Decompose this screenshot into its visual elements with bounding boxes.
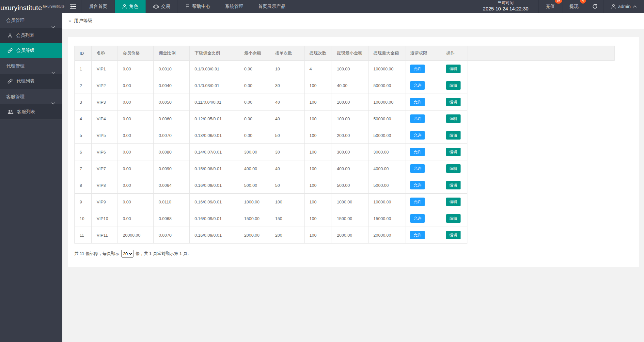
table-row: 5VIP50.000.00700.13/0.06/0.010.005010020…	[75, 127, 615, 144]
topnav-item-dashboard[interactable]: 后台首页	[82, 0, 115, 13]
cell-commission-ratio: 0.0040	[154, 77, 190, 94]
cell-withdraw-min: 100.00	[332, 61, 369, 77]
cell-order-count: 30	[270, 77, 305, 94]
cell-order-count: 40	[270, 160, 305, 177]
edit-button[interactable]: 编辑	[446, 181, 461, 189]
cell-filler	[467, 210, 615, 227]
sidebar-collapse-button[interactable]	[65, 0, 82, 13]
sidebar-group-label: 客服管理	[6, 94, 24, 99]
cell-id: 2	[75, 77, 92, 94]
table-row: 4VIP40.000.00600.12/0.05/0.010.004010010…	[75, 111, 615, 127]
cell-invite-permission: 允许	[405, 227, 441, 244]
cell-withdraw-min: 1000.00	[332, 194, 369, 210]
user-menu[interactable]: admin	[604, 0, 644, 13]
allow-button[interactable]: 允许	[410, 114, 425, 123]
sidebar-group-member-management[interactable]: 会员管理	[0, 13, 62, 28]
allow-button[interactable]: 允许	[410, 214, 425, 223]
table-row: 10VIP100.000.00680.16/0.09/0.011500.0015…	[75, 210, 615, 227]
withdraw-button[interactable]: 提现 4	[562, 0, 586, 13]
cell-withdraw-max: 3000.00	[369, 144, 405, 160]
cell-name: VIP8	[92, 177, 118, 194]
cell-commission-ratio: 0.0070	[154, 227, 190, 244]
column-header-actions: 操作	[441, 46, 467, 61]
cell-invite-permission: 允许	[405, 194, 441, 210]
edit-button[interactable]: 编辑	[446, 114, 461, 123]
topnav-item-products[interactable]: 首页展示产品	[251, 0, 293, 13]
current-time-block: 当前时间 2025-10-24 14:22:30	[473, 0, 538, 13]
top-navbar: uxuryinstituteluxuryinstitute 后台首页角色交易帮助…	[0, 0, 644, 13]
cell-invite-permission: 允许	[405, 61, 441, 77]
page-size-select[interactable]: 20	[121, 250, 134, 258]
allow-button[interactable]: 允许	[410, 81, 425, 90]
edit-button[interactable]: 编辑	[446, 164, 461, 173]
edit-button[interactable]: 编辑	[446, 81, 461, 90]
table-row: 8VIP80.000.00640.16/0.09/0.01500.0050100…	[75, 177, 615, 194]
cell-order-count: 10	[270, 61, 305, 77]
cell-withdraw-count: 4	[305, 61, 332, 77]
edit-button[interactable]: 编辑	[446, 198, 461, 206]
cell-sub-commission-ratio: 0.14/0.07/0.01	[190, 144, 239, 160]
cell-min-balance: 0.00	[239, 94, 270, 111]
edit-button[interactable]: 编辑	[446, 214, 461, 223]
edit-button[interactable]: 编辑	[446, 231, 461, 239]
cell-commission-ratio: 0.0090	[154, 160, 190, 177]
cell-sub-commission-ratio: 0.15/0.08/0.01	[190, 160, 239, 177]
topnav-item-help[interactable]: 帮助中心	[178, 0, 218, 13]
sidebar-item-member-level[interactable]: 会员等级	[0, 43, 62, 58]
edit-button[interactable]: 编辑	[446, 131, 461, 140]
allow-button[interactable]: 允许	[410, 131, 425, 140]
cell-min-balance: 0.00	[239, 111, 270, 127]
edit-button[interactable]: 编辑	[446, 148, 461, 156]
allow-button[interactable]: 允许	[410, 65, 425, 73]
cell-withdraw-max: 50000.00	[369, 127, 405, 144]
column-header-name: 名称	[92, 46, 118, 61]
current-time-value: 2025-10-24 14:22:30	[483, 6, 528, 12]
cell-name: VIP11	[92, 227, 118, 244]
current-time-label: 当前时间	[498, 0, 513, 6]
cell-sub-commission-ratio: 0.1/0.03/0.01	[190, 61, 239, 77]
cell-withdraw-min: 500.00	[332, 177, 369, 194]
cell-commission-ratio: 0.0064	[154, 177, 190, 194]
cell-member-price: 0.00	[118, 127, 154, 144]
cell-name: VIP10	[92, 210, 118, 227]
cell-withdraw-min: 1500.00	[332, 210, 369, 227]
cell-commission-ratio: 0.0070	[154, 127, 190, 144]
user-icon	[122, 4, 127, 9]
cell-withdraw-max: 50000.00	[369, 111, 405, 127]
column-header-sub-commission-ratio: 下级佣金比例	[190, 46, 239, 61]
cell-withdraw-max: 10000.00	[369, 194, 405, 210]
allow-button[interactable]: 允许	[410, 164, 425, 173]
cell-min-balance: 0.00	[239, 77, 270, 94]
column-header-invite-permission: 邀请权限	[405, 46, 441, 61]
sidebar-group-service-management[interactable]: 客服管理	[0, 89, 62, 104]
cell-withdraw-max: 4000.00	[369, 160, 405, 177]
topnav-item-roles[interactable]: 角色	[115, 0, 146, 13]
table-header-row: ID名称会员价格佣金比例下级佣金比例最小余额接单次数提现次数提现最小金额提现最大…	[75, 46, 615, 61]
breadcrumb: » 用户等级	[62, 13, 644, 29]
cell-withdraw-count: 100	[305, 160, 332, 177]
allow-button[interactable]: 允许	[410, 231, 425, 239]
cell-sub-commission-ratio: 0.16/0.09/0.01	[190, 194, 239, 210]
allow-button[interactable]: 允许	[410, 198, 425, 206]
topnav-item-system[interactable]: 系统管理	[218, 0, 251, 13]
edit-button[interactable]: 编辑	[446, 65, 461, 73]
sidebar-group-agent-management[interactable]: 代理管理	[0, 58, 62, 74]
refresh-button[interactable]	[586, 0, 604, 13]
link-icon	[8, 48, 13, 53]
cell-invite-permission: 允许	[405, 177, 441, 194]
topnav-item-trade[interactable]: 交易	[146, 0, 178, 13]
topnav-item-label: 交易	[161, 4, 170, 9]
cell-invite-permission: 允许	[405, 77, 441, 94]
allow-button[interactable]: 允许	[410, 148, 425, 156]
cell-filler	[467, 111, 615, 127]
recharge-button[interactable]: 充值 16	[538, 0, 562, 13]
allow-button[interactable]: 允许	[410, 98, 425, 106]
edit-button[interactable]: 编辑	[446, 98, 461, 106]
allow-button[interactable]: 允许	[410, 181, 425, 189]
table-row: 7VIP70.000.00900.15/0.08/0.01400.0040100…	[75, 160, 615, 177]
cell-order-count: 50	[270, 177, 305, 194]
table-row: 2VIP20.000.00400.1/0.03/0.010.003010040.…	[75, 77, 615, 94]
cell-id: 11	[75, 227, 92, 244]
column-header-order-count: 接单次数	[270, 46, 305, 61]
cell-invite-permission: 允许	[405, 160, 441, 177]
